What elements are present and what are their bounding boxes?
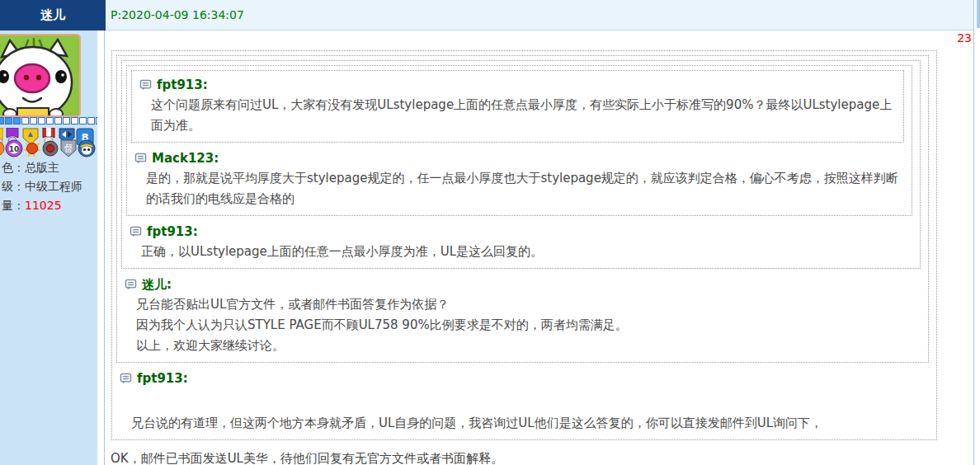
forum-post-page: 8 10 督: [0, 0, 980, 465]
post-time-bar: P:2020-04-09 16:34:07: [105, 0, 973, 31]
quote-text: 这个问题原来有问过UL，大家有没有发现ULstylepage上面的任意点最小厚度…: [136, 95, 896, 136]
quote-text: 是的，那就是说平均厚度大于stylepage规定的，任一点最小厚度也大于styl…: [131, 168, 904, 209]
medal-gear-icon: [41, 139, 59, 157]
user-points-label: 量：: [2, 199, 25, 212]
quote-text: 因为我个人认为只认STYLE PAGE而不顾UL758 90%比例要求是不对的，…: [121, 315, 921, 336]
quote-text: 兄台说的有道理，但这两个地方本身就矛盾，UL自身的问题，我咨询过UL他们是这么答…: [116, 413, 929, 434]
quote-author: fpt913:: [157, 78, 208, 92]
pip-square: [13, 117, 21, 124]
medal-pink-10-icon: 10: [5, 139, 23, 157]
medal-row-bottom: 10 督: [0, 139, 96, 157]
quote-text: 兄台能否贴出UL官方文件，或者邮件书面答复作为依据？: [121, 294, 921, 315]
floor-number: 23: [957, 31, 972, 45]
user-sidebar: 8 10 督: [0, 0, 97, 465]
post-timestamp: P:2020-04-09 16:34:07: [111, 8, 244, 21]
pip-square: [79, 117, 87, 124]
user-level-line: 级：中级工程师: [2, 177, 97, 196]
pip-square: [30, 117, 37, 124]
quote-author: 迷儿:: [142, 277, 172, 293]
pip-square: [38, 117, 45, 124]
quote-block-fpt913-inner: fpt913: 这个问题原来有问过UL，大家有没有发现ULstylepage上面…: [131, 70, 904, 143]
quote-icon: [120, 373, 132, 385]
quote-icon: [125, 279, 137, 291]
pip-square: [21, 117, 29, 124]
quote-icon: [134, 153, 147, 165]
quote-block-mier: fpt913: 这个问题原来有问过UL，大家有没有发现ULstylepage上面…: [116, 55, 929, 363]
badge-du-label: 督: [64, 143, 73, 154]
post-paragraph: OK，邮件已书面发送UL美华，待他们回复有无官方文件或者书面解释。: [110, 449, 967, 465]
pig-avatar[interactable]: [0, 34, 81, 117]
pip-square: [5, 117, 12, 124]
pig-avatar-image: [0, 35, 81, 117]
quote-block-fpt913-mid: fpt913: 这个问题原来有问过UL，大家有没有发现ULstylepage上面…: [121, 60, 921, 269]
user-points-value: 11025: [25, 199, 62, 212]
medal-du-icon: 督: [59, 139, 78, 157]
post-panel: P:2020-04-09 16:34:07: [104, 0, 974, 465]
medal-flame-icon: [23, 139, 41, 157]
pip-square: [63, 117, 70, 124]
post-content: fpt913: 这个问题原来有问过UL，大家有没有发现ULstylepage上面…: [105, 31, 973, 465]
username-header: 迷儿: [0, 0, 106, 31]
quote-icon: [139, 79, 152, 92]
user-points-line: 量：11025: [2, 196, 97, 215]
pip-bar: [0, 117, 97, 126]
quote-text: 正确，以ULstylepage上面的任意一点最小厚度为准，UL是这么回复的。: [126, 242, 912, 262]
quote-header: fpt913:: [136, 75, 896, 95]
pip-square: [0, 117, 4, 124]
medal-skull-icon: [78, 139, 96, 157]
username-label: 迷儿: [40, 7, 65, 23]
quote-block-mack123: fpt913: 这个问题原来有问过UL，大家有没有发现ULstylepage上面…: [126, 65, 912, 216]
scrollbar-thumb[interactable]: [977, 0, 980, 28]
badge-10-label: 10: [9, 145, 20, 153]
user-stats: 色：总版主 级：中级工程师 量：11025: [2, 158, 97, 215]
quote-header: fpt913:: [116, 369, 929, 388]
quote-author: fpt913:: [147, 224, 198, 239]
pip-square: [54, 117, 62, 124]
quote-text: 以上，欢迎大家继续讨论。: [121, 336, 921, 356]
quote-author: Mack123:: [152, 151, 219, 166]
pip-square: [96, 117, 97, 124]
quote-block-fpt913-outer: fpt913: 这个问题原来有问过UL，大家有没有发现ULstylepage上面…: [111, 50, 937, 440]
quote-header: fpt913:: [126, 222, 912, 242]
pip-square: [71, 117, 78, 124]
user-role-line: 色：总版主: [2, 158, 97, 177]
pip-square: [46, 117, 54, 124]
quote-header: Mack123:: [131, 148, 904, 168]
quote-author: fpt913:: [137, 371, 188, 386]
pip-square: [87, 117, 95, 124]
quote-icon: [130, 226, 142, 238]
quote-header: 迷儿:: [121, 275, 921, 294]
